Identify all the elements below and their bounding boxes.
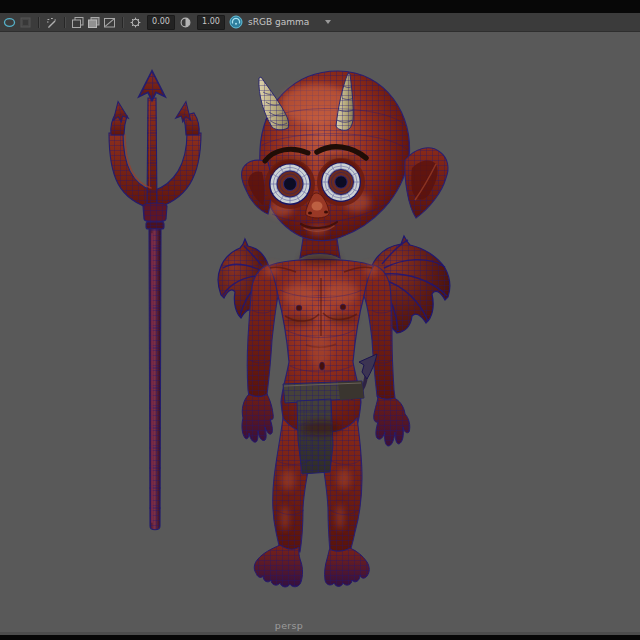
frame-stack-filled-button[interactable] xyxy=(86,15,101,30)
isolate-select-icon xyxy=(3,16,16,29)
navel xyxy=(320,362,325,370)
exposure-icon xyxy=(129,16,142,29)
wireframe-overlay xyxy=(242,394,273,442)
grease-pencil-icon xyxy=(45,16,58,29)
frame-stack-icon xyxy=(71,16,84,29)
wireframe-overlay xyxy=(254,545,302,587)
frame-stack-button[interactable] xyxy=(70,15,85,30)
gamma-button[interactable] xyxy=(178,15,193,30)
wireframe-overlay xyxy=(146,222,164,229)
shaded-mode-icon xyxy=(19,16,32,29)
nipple-right xyxy=(340,304,346,310)
exposure-button[interactable] xyxy=(128,15,143,30)
devil-left-eye xyxy=(267,161,313,207)
window-top-strip xyxy=(0,0,640,13)
gamma-field[interactable]: 1.00 xyxy=(197,15,225,30)
devil-right-eye xyxy=(319,160,363,204)
color-management-button[interactable] xyxy=(228,15,243,30)
trident-model[interactable] xyxy=(109,71,201,530)
grease-pencil-button[interactable] xyxy=(44,15,59,30)
wireframe-overlay xyxy=(297,399,333,474)
gamma-icon xyxy=(179,16,192,29)
image-plane-icon xyxy=(103,16,116,29)
viewport-toolbar: 0.00 1.00 sRGB gamma xyxy=(0,13,640,32)
toolbar-separator xyxy=(38,17,40,28)
view-transform-label[interactable]: sRGB gamma xyxy=(248,17,309,27)
window-bottom-strip xyxy=(0,635,640,640)
nipple-left xyxy=(296,305,302,311)
exposure-field[interactable]: 0.00 xyxy=(147,15,175,30)
wireframe-overlay xyxy=(325,548,370,586)
wireframe-overlay xyxy=(143,203,167,222)
chevron-down-icon[interactable] xyxy=(325,20,331,24)
frame-stack-filled-icon xyxy=(87,16,100,29)
isolate-select-button[interactable] xyxy=(2,15,17,30)
maya-viewport-window: 0.00 1.00 sRGB gamma xyxy=(0,0,640,640)
wireframe-overlay xyxy=(139,71,165,101)
wireframe-overlay xyxy=(149,229,161,530)
devil-character-model[interactable] xyxy=(218,71,449,587)
toolbar-separator xyxy=(64,17,66,28)
shaded-mode-button[interactable] xyxy=(18,15,33,30)
color-management-icon xyxy=(229,15,243,29)
toolbar-separator xyxy=(122,17,124,28)
wireframe-overlay xyxy=(374,396,410,446)
camera-name-label[interactable]: persp xyxy=(0,620,578,631)
image-plane-button[interactable] xyxy=(102,15,117,30)
wireframe-overlay xyxy=(147,98,157,206)
viewport-canvas[interactable] xyxy=(0,0,640,640)
